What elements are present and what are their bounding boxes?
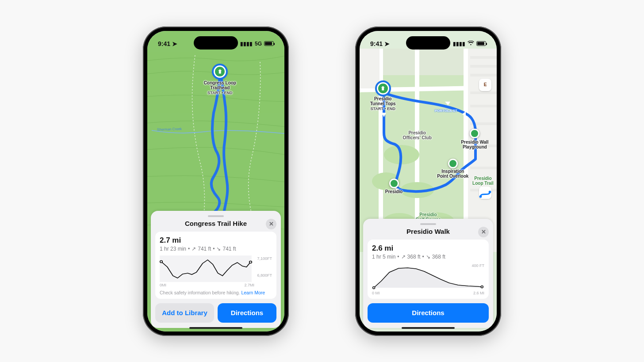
status-time: 9:41 [158, 40, 170, 47]
location-arrow-icon: ➤ [384, 40, 390, 47]
waypoint-pin-overlook[interactable] [448, 159, 458, 168]
presidio-label: Presidio [385, 189, 402, 194]
svg-point-19 [481, 286, 483, 288]
y-axis-bottom: 6,800FT [257, 273, 272, 278]
elevation-profile: 7,100FT 6,800FT [160, 255, 272, 282]
svg-point-2 [249, 261, 252, 263]
stats-subline: 1 hr 23 min• ↗741 ft• ↘741 ft [160, 246, 272, 252]
waypoint-icon [448, 159, 458, 168]
ascent-icon: ↗ [401, 254, 406, 260]
drag-handle[interactable] [208, 215, 224, 217]
svg-rect-0 [160, 255, 252, 282]
add-to-library-button[interactable]: Add to Library [155, 303, 214, 323]
distance-value: 2.7 mi [160, 236, 272, 245]
creek-label: Sherman Creek [157, 127, 182, 132]
ascent-icon: ↗ [192, 246, 196, 252]
route-card[interactable]: Presidio Walk ✕ 2.6 mi 1 hr 5 min• ↗368 … [363, 219, 493, 328]
directions-button[interactable]: Directions [218, 303, 276, 323]
close-button[interactable]: ✕ [266, 219, 276, 229]
location-arrow-icon: ➤ [172, 40, 177, 47]
home-indicator[interactable] [402, 327, 455, 329]
svg-point-16 [479, 195, 482, 198]
directions-button[interactable]: Directions [368, 303, 489, 323]
elevation-profile: 400 FT [372, 263, 484, 290]
network-label: 5G [255, 41, 262, 47]
stats-subline: 1 hr 5 min• ↗368 ft• ↘368 ft [372, 254, 484, 260]
wifi-icon [468, 41, 474, 47]
signal-bars-icon: ▮▮▮▮ [453, 41, 465, 47]
officers-club-label: Presidio Officers' Club [403, 130, 432, 141]
trailhead-pin[interactable] [214, 65, 226, 78]
safety-note: Check safety information before hiking. … [160, 290, 272, 295]
trailhead-label: Congress Loop Trailhead START • END [204, 80, 236, 95]
compass-button[interactable]: E [479, 79, 491, 91]
drag-handle[interactable] [420, 223, 436, 225]
stats-box: 2.7 mi 1 hr 23 min• ↗741 ft• ↘741 ft 7,1… [155, 232, 276, 299]
overlook-label: Inspiration Point Overlook [437, 169, 468, 179]
distance-value: 2.6 mi [372, 244, 484, 253]
card-title: Presidio Walk [406, 228, 450, 235]
stats-box: 2.6 mi 1 hr 5 min• ↗368 ft• ↘368 ft 400 … [368, 240, 489, 299]
phone-right: 9:41 ➤ ▮▮▮▮ [355, 27, 501, 336]
dynamic-island [194, 36, 238, 50]
route-card[interactable]: Congress Trail Hike ✕ 2.7 mi 1 hr 23 min… [151, 211, 281, 328]
svg-point-17 [489, 191, 491, 193]
route-mode-button[interactable] [479, 187, 491, 199]
start-pin[interactable] [377, 82, 389, 95]
x-axis: 0MI 2.7MI [160, 283, 272, 287]
signal-bars-icon: ▮▮▮▮ [240, 41, 253, 47]
phone-left: 9:41 ➤ ▮▮▮▮ 5G [143, 27, 289, 336]
x-axis: 0 MI 2.6 MI [372, 291, 484, 295]
close-button[interactable]: ✕ [478, 227, 489, 237]
battery-icon [476, 41, 486, 46]
y-axis-top: 7,100FT [257, 256, 272, 261]
park-pin-icon [214, 65, 226, 78]
playground-label: Presidio Wall Playground [461, 140, 488, 150]
dynamic-island [406, 36, 450, 50]
park-pin-icon [377, 82, 389, 95]
waypoint-pin-presidio[interactable] [389, 179, 399, 188]
descent-icon: ↘ [216, 246, 221, 252]
street-label: PORTOLA ST [435, 109, 457, 113]
waypoint-pin-playground[interactable] [470, 129, 479, 138]
card-title: Congress Trail Hike [185, 220, 247, 227]
waypoint-icon [470, 129, 479, 138]
home-indicator[interactable] [189, 327, 242, 329]
svg-point-1 [160, 260, 163, 263]
status-time: 9:41 [370, 40, 383, 47]
battery-icon [264, 41, 274, 46]
loop-trail-label: Presidio Loop Trail [472, 176, 494, 186]
learn-more-link[interactable]: Learn More [241, 290, 265, 295]
waypoint-icon [389, 179, 399, 188]
start-label: Presidio Tunnel Tops START • END [370, 96, 396, 111]
descent-icon: ↘ [426, 254, 430, 260]
svg-point-18 [373, 286, 375, 289]
y-axis-top: 400 FT [472, 263, 484, 268]
